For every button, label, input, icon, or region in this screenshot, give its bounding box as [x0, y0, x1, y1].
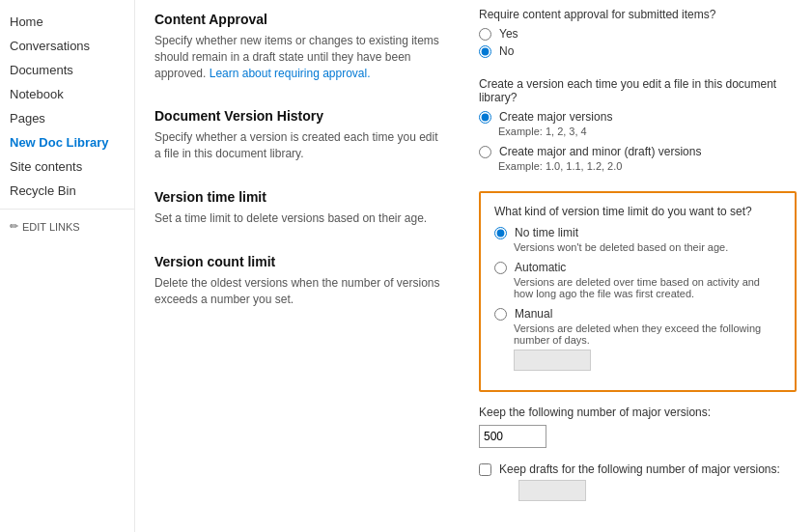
keep-drafts-checkbox[interactable] [479, 463, 491, 476]
vtl-auto-option: Automatic Versions are deleted over time… [494, 261, 781, 299]
sidebar-item-site-contents[interactable]: Site contents [0, 154, 134, 179]
sidebar: Home Conversations Documents Notebook Pa… [0, 0, 135, 532]
content-approval-right-label: Require content approval for submitted i… [479, 8, 797, 21]
vtl-none-subtext: Versions won't be deleted based on their… [514, 241, 781, 253]
vtl-none-option: No time limit Versions won't be deleted … [494, 226, 781, 253]
ca-no-radio[interactable] [479, 45, 491, 58]
sidebar-divider [0, 209, 134, 210]
main-content: Content Approval Specify whether new ite… [135, 0, 812, 532]
vtl-auto-radio[interactable] [494, 262, 507, 274]
vtl-none-radio[interactable] [494, 227, 507, 239]
vh-major-option: Create major versions Example: 1, 2, 3, … [479, 110, 797, 137]
edit-links-button[interactable]: ✏ EDIT LINKS [0, 215, 134, 238]
ca-no-label[interactable]: No [499, 44, 514, 58]
vh-major-minor-subtext: Example: 1.0, 1.1, 1.2, 2.0 [498, 160, 797, 172]
content-approval-title: Content Approval [154, 12, 444, 27]
version-count-desc: Delete the oldest versions when the numb… [154, 275, 444, 308]
keep-major-input[interactable] [479, 425, 546, 448]
ca-no-row: No [479, 44, 797, 58]
content-approval-section: Content Approval Specify whether new ite… [154, 12, 444, 81]
vtl-auto-label[interactable]: Automatic [515, 261, 566, 274]
sidebar-item-documents[interactable]: Documents [0, 58, 134, 82]
content-approval-controls: Require content approval for submitted i… [479, 8, 797, 58]
vh-major-minor-radio[interactable] [479, 146, 491, 158]
vtl-auto-subtext: Versions are deleted over time based on … [514, 276, 781, 299]
version-history-desc: Specify whether a version is created eac… [154, 129, 444, 162]
vh-major-radio[interactable] [479, 111, 491, 124]
settings-left-panel: Content Approval Specify whether new ite… [135, 0, 463, 532]
vtl-manual-subtext: Versions are deleted when they exceed th… [514, 322, 781, 346]
version-history-controls: Create a version each time you edit a fi… [479, 77, 797, 172]
content-approval-desc: Specify whether new items or changes to … [154, 33, 444, 81]
vh-major-subtext: Example: 1, 2, 3, 4 [498, 126, 797, 137]
vtl-manual-option: Manual Versions are deleted when they ex… [494, 307, 781, 371]
version-history-title: Document Version History [154, 108, 444, 124]
vtl-manual-label[interactable]: Manual [515, 307, 552, 321]
version-time-limit-section: Version time limit Set a time limit to d… [154, 189, 444, 227]
keep-drafts-row: Keep drafts for the following number of … [479, 462, 797, 501]
settings-right-panel: Require content approval for submitted i… [463, 0, 812, 532]
pencil-icon: ✏ [10, 220, 18, 233]
vtl-none-label[interactable]: No time limit [515, 226, 578, 239]
version-count-section: Version count limit Delete the oldest ve… [154, 254, 444, 308]
version-count-title: Version count limit [154, 254, 444, 269]
sidebar-item-notebook[interactable]: Notebook [0, 82, 134, 106]
sidebar-item-recycle-bin[interactable]: Recycle Bin [0, 179, 134, 203]
ca-yes-row: Yes [479, 27, 797, 41]
vtl-manual-days-input [514, 350, 591, 371]
keep-drafts-label[interactable]: Keep drafts for the following number of … [499, 462, 780, 476]
version-history-right-label: Create a version each time you edit a fi… [479, 77, 797, 104]
learn-more-link[interactable]: Learn about requiring approval. [210, 67, 371, 80]
version-time-limit-desc: Set a time limit to delete versions base… [154, 210, 444, 227]
ca-yes-radio[interactable] [479, 28, 491, 41]
sidebar-item-new-doc-library[interactable]: New Doc Library [0, 130, 134, 154]
vtl-manual-radio[interactable] [494, 308, 507, 321]
sidebar-item-pages[interactable]: Pages [0, 106, 134, 130]
vh-major-minor-label[interactable]: Create major and minor (draft) versions [499, 145, 701, 158]
keep-drafts-input [518, 480, 586, 501]
vh-major-minor-option: Create major and minor (draft) versions … [479, 145, 797, 172]
sidebar-item-conversations[interactable]: Conversations [0, 34, 134, 58]
vh-major-label[interactable]: Create major versions [499, 110, 612, 124]
version-time-limit-title: Version time limit [154, 189, 444, 205]
version-count-controls: Keep the following number of major versi… [479, 406, 797, 448]
sidebar-item-home[interactable]: Home [0, 10, 134, 34]
version-time-limit-controls: What kind of version time limit do you w… [479, 191, 797, 392]
ca-yes-label[interactable]: Yes [499, 27, 518, 41]
keep-major-label: Keep the following number of major versi… [479, 406, 797, 419]
version-time-limit-right-label: What kind of version time limit do you w… [494, 205, 781, 218]
version-history-section: Document Version History Specify whether… [154, 108, 444, 162]
keep-major-input-row [479, 425, 797, 448]
